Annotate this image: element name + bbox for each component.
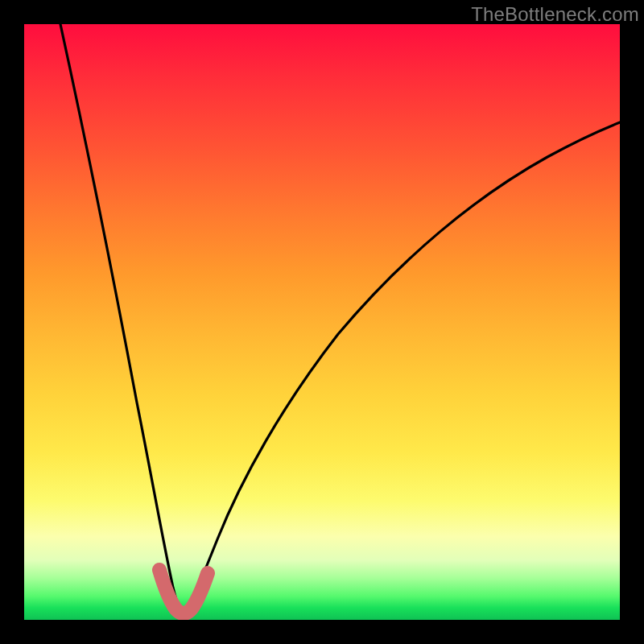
curve-left-branch xyxy=(60,24,184,616)
plot-area xyxy=(24,24,620,620)
bottleneck-curve-svg xyxy=(24,24,620,620)
watermark-text: TheBottleneck.com xyxy=(471,3,639,26)
curve-right-branch xyxy=(184,122,620,616)
trough-highlight xyxy=(159,570,208,613)
